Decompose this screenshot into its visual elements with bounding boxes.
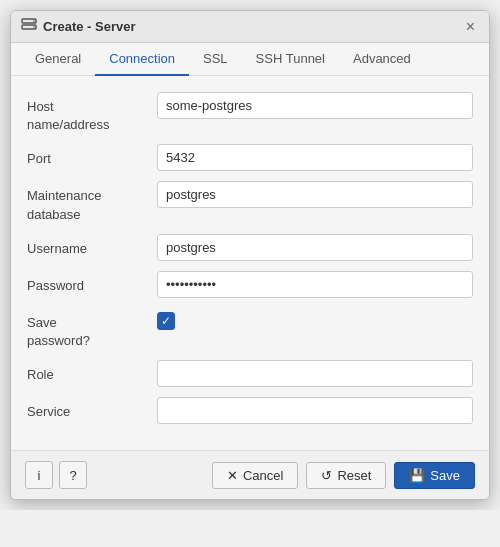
title-bar: Create - Server ×	[11, 11, 489, 43]
maintenance-db-input[interactable]	[157, 181, 473, 208]
footer: i ? ✕ Cancel ↺ Reset 💾 Save	[11, 450, 489, 499]
service-label: Service	[27, 397, 157, 421]
host-input[interactable]	[157, 92, 473, 119]
port-label: Port	[27, 144, 157, 168]
role-label: Role	[27, 360, 157, 384]
username-input[interactable]	[157, 234, 473, 261]
dialog-title: Create - Server	[43, 19, 136, 34]
save-label: Save	[430, 468, 460, 483]
reset-icon: ↺	[321, 468, 332, 483]
help-button[interactable]: ?	[59, 461, 87, 489]
maintenance-db-row: Maintenancedatabase	[27, 181, 473, 223]
save-button[interactable]: 💾 Save	[394, 462, 475, 489]
maintenance-db-label: Maintenancedatabase	[27, 181, 157, 223]
tab-connection[interactable]: Connection	[95, 43, 189, 76]
svg-point-3	[33, 26, 35, 28]
save-password-checkbox[interactable]: ✓	[157, 312, 175, 330]
cancel-button[interactable]: ✕ Cancel	[212, 462, 298, 489]
info-icon: i	[38, 468, 41, 483]
tab-bar: General Connection SSL SSH Tunnel Advanc…	[11, 43, 489, 76]
password-input[interactable]	[157, 271, 473, 298]
save-password-row: Savepassword? ✓	[27, 308, 473, 350]
service-input[interactable]	[157, 397, 473, 424]
username-row: Username	[27, 234, 473, 261]
svg-point-2	[33, 20, 35, 22]
save-icon: 💾	[409, 468, 425, 483]
create-server-dialog: Create - Server × General Connection SSL…	[10, 10, 490, 500]
tab-advanced[interactable]: Advanced	[339, 43, 425, 76]
reset-button[interactable]: ↺ Reset	[306, 462, 386, 489]
reset-label: Reset	[337, 468, 371, 483]
host-row: Hostname/address	[27, 92, 473, 134]
tab-ssh-tunnel[interactable]: SSH Tunnel	[242, 43, 339, 76]
server-icon	[21, 17, 37, 36]
port-input[interactable]	[157, 144, 473, 171]
tab-ssl[interactable]: SSL	[189, 43, 242, 76]
role-row: Role	[27, 360, 473, 387]
save-password-label: Savepassword?	[27, 308, 157, 350]
service-row: Service	[27, 397, 473, 424]
footer-right: ✕ Cancel ↺ Reset 💾 Save	[212, 462, 475, 489]
cancel-label: Cancel	[243, 468, 283, 483]
cancel-icon: ✕	[227, 468, 238, 483]
role-input[interactable]	[157, 360, 473, 387]
password-label: Password	[27, 271, 157, 295]
password-row: Password	[27, 271, 473, 298]
info-button[interactable]: i	[25, 461, 53, 489]
footer-left: i ?	[25, 461, 87, 489]
save-password-checkbox-wrapper: ✓	[157, 308, 175, 330]
close-button[interactable]: ×	[462, 19, 479, 35]
username-label: Username	[27, 234, 157, 258]
form-body: Hostname/address Port Maintenancedatabas…	[11, 76, 489, 450]
help-icon: ?	[69, 468, 76, 483]
port-row: Port	[27, 144, 473, 171]
title-bar-left: Create - Server	[21, 17, 136, 36]
tab-general[interactable]: General	[21, 43, 95, 76]
checkmark-icon: ✓	[161, 314, 171, 328]
host-label: Hostname/address	[27, 92, 157, 134]
